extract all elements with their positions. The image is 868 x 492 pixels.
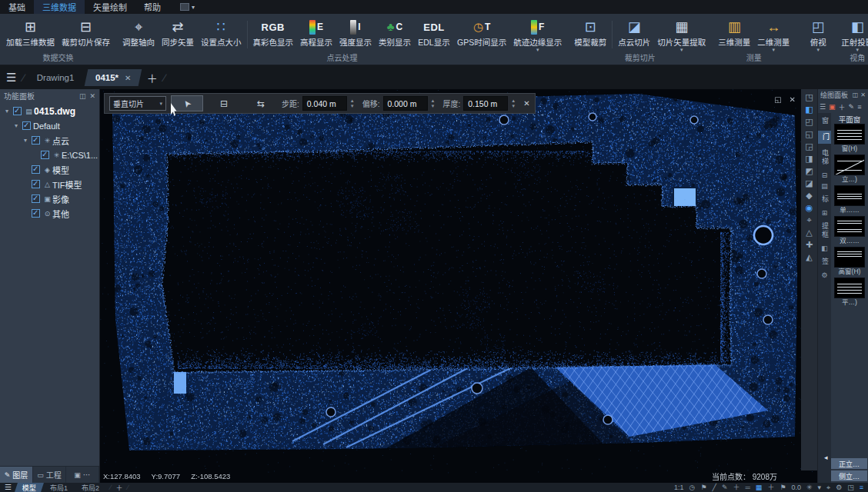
view-orientation-icon-1[interactable]: ◧	[805, 105, 813, 115]
checkbox-checked[interactable]	[22, 121, 31, 130]
status-icon-5[interactable]: ＋	[733, 484, 739, 491]
load-3d-data-button[interactable]: ⊞加载三维数据	[3, 16, 58, 53]
panel-tool-icon-0[interactable]: ☰	[820, 103, 826, 111]
checkbox-checked[interactable]	[32, 194, 40, 203]
adjust-axis-button[interactable]: ⌖调整轴向	[119, 16, 158, 53]
status-icon-14[interactable]: ⚙	[836, 484, 842, 491]
intensity-display-button[interactable]: I强度显示	[336, 16, 375, 53]
menu-tab-基础[interactable]: 基础	[0, 0, 34, 14]
view-orientation-icon-2[interactable]: ◰	[805, 117, 813, 127]
checkbox-checked[interactable]	[32, 136, 40, 145]
panel-tool-icon-3[interactable]: ✎	[849, 103, 855, 111]
view-orientation-icon-3[interactable]: ◱	[805, 129, 813, 139]
block-item-侧立…[interactable]: 侧立…	[831, 470, 867, 481]
quick-access-button[interactable]: ▾	[180, 0, 195, 14]
close-icon[interactable]: ✕	[125, 73, 131, 81]
category-tab-签[interactable]: 签	[819, 255, 830, 268]
layout-tab-布局1[interactable]: 布局1	[44, 483, 74, 492]
spinner-down-icon[interactable]: ▼	[511, 104, 516, 108]
measure-3d-button[interactable]: ▥三维测量	[715, 16, 753, 53]
elevation-display-button[interactable]: E高程显示	[297, 16, 336, 53]
category-tab-电梯[interactable]: 电梯	[819, 147, 830, 168]
clip-slice-save-button[interactable]: ⊟裁剪切片保存	[58, 16, 113, 53]
status-icon-7[interactable]: ▦	[756, 484, 763, 491]
hamburger-menu-icon[interactable]: ☰	[6, 71, 16, 85]
checkbox-checked[interactable]	[32, 165, 40, 174]
block-item-平…)[interactable]: 平…)	[834, 278, 865, 307]
block-item-双……[interactable]: 双……	[834, 216, 865, 245]
close-icon[interactable]: ✕	[860, 91, 866, 98]
status-icon-6[interactable]: ═	[745, 484, 749, 491]
point-cloud-canvas[interactable]	[100, 89, 817, 483]
checkbox-checked[interactable]	[13, 107, 22, 115]
expander-icon[interactable]: ▾	[22, 137, 29, 144]
top-view-button[interactable]: ◰俯视▾	[799, 16, 837, 53]
panel-collapse-arrow[interactable]: ◂	[824, 454, 828, 461]
refresh-slice-button[interactable]: ⇆	[245, 95, 277, 111]
panel-tab-⋯[interactable]: ▣⋯	[66, 467, 99, 483]
menu-tab-矢量绘制[interactable]: 矢量绘制	[85, 0, 135, 14]
expander-icon[interactable]: ▾	[3, 108, 11, 115]
view-orientation-icon-9[interactable]: ◉	[806, 203, 813, 213]
panel-tool-icon-4[interactable]: ≡	[857, 103, 861, 111]
status-icon-1[interactable]: ◷	[689, 484, 696, 491]
status-icon-3[interactable]: ╱	[712, 484, 716, 491]
spinner-up-icon[interactable]: ▲	[350, 98, 355, 103]
category-icon-10[interactable]: ⚙	[821, 271, 827, 279]
tree-row-TIF模型[interactable]: △TIF模型	[0, 177, 99, 191]
category-icon-3[interactable]: ⊟	[822, 171, 828, 179]
category-tab-门[interactable]: 门	[818, 131, 831, 144]
document-tab-Drawing1[interactable]: Drawing1	[31, 69, 81, 86]
close-icon[interactable]: ✕	[89, 92, 95, 100]
set-point-size-button[interactable]: ∷设置点大小	[198, 16, 245, 53]
hamburger-menu-icon[interactable]: ☰	[5, 484, 12, 491]
status-icon-15[interactable]: ◳	[847, 484, 854, 491]
slice-panel-button[interactable]: ⊟	[208, 95, 240, 111]
add-layout-button[interactable]: ＋	[116, 483, 123, 492]
view-orientation-icon-8[interactable]: ◆	[806, 191, 812, 201]
category-icon-8[interactable]: ◧	[821, 244, 828, 252]
spinner-down-icon[interactable]: ▼	[350, 104, 355, 108]
view-orientation-icon-0[interactable]: ◳	[805, 92, 813, 102]
field-input[interactable]: 0.150 m	[463, 96, 508, 111]
model-clip-button[interactable]: ⊡模型裁剪	[571, 16, 609, 53]
measure-2d-button[interactable]: ↔二维测量▾	[754, 16, 793, 53]
class-display-button[interactable]: ♣C类别显示	[376, 16, 414, 53]
block-item-正立…[interactable]: 正立…	[831, 458, 867, 469]
checkbox-checked[interactable]	[32, 180, 40, 188]
status-icon-0[interactable]: 1:1	[674, 484, 684, 491]
tree-row-其他[interactable]: ⊙其他	[0, 206, 99, 221]
spinner-up-icon[interactable]: ▲	[511, 98, 516, 103]
category-tab-提框[interactable]: 提框	[819, 220, 830, 241]
view-orientation-icon-10[interactable]: ⌖	[806, 215, 811, 225]
sync-vector-button[interactable]: ⇄同步矢量	[159, 16, 197, 53]
status-icon-4[interactable]: ✎	[722, 484, 728, 491]
tree-row-模型[interactable]: ◈模型	[0, 162, 99, 177]
close-icon[interactable]: ✕	[790, 95, 796, 104]
layout-tab-布局2[interactable]: 布局2	[75, 483, 105, 492]
document-tab-0415*[interactable]: 0415*✕	[85, 69, 142, 86]
status-icon-2[interactable]: ⚑	[700, 484, 706, 491]
status-icon-9[interactable]: ⚑	[780, 484, 786, 491]
menu-tab-帮助[interactable]: 帮助	[135, 0, 169, 14]
view-orientation-icon-13[interactable]: ◭	[806, 252, 812, 262]
view-orientation-icon-6[interactable]: ◩	[805, 166, 813, 176]
block-item-高窗(H)[interactable]: 高窗(H)	[834, 247, 865, 276]
expander-icon[interactable]: ▾	[12, 122, 20, 129]
status-icon-8[interactable]: ＋	[767, 484, 774, 491]
tree-row-影像[interactable]: ▣影像	[0, 191, 99, 206]
panel-tool-icon-2[interactable]: ＋	[839, 102, 846, 112]
block-item-立…)[interactable]: 立…)	[834, 155, 865, 184]
checkbox-checked[interactable]	[41, 151, 49, 159]
select-tool-button[interactable]: ➤	[171, 95, 203, 111]
status-icon-10[interactable]: 0.0	[791, 484, 801, 491]
slice-vector-extract-button[interactable]: ▦切片矢量提取▾	[654, 16, 709, 53]
category-icon-4[interactable]: ▤	[821, 182, 828, 190]
pin-icon[interactable]: ◫	[79, 92, 86, 100]
panel-tab-工程[interactable]: ▭工程	[33, 467, 66, 483]
status-icon-11[interactable]: ✳	[806, 484, 813, 491]
view-orientation-icon-11[interactable]: △	[806, 228, 812, 238]
category-tab-窗[interactable]: 窗	[819, 115, 830, 128]
add-document-tab-button[interactable]: ＋	[147, 70, 158, 85]
layout-tab-模型[interactable]: 模型	[15, 483, 44, 492]
